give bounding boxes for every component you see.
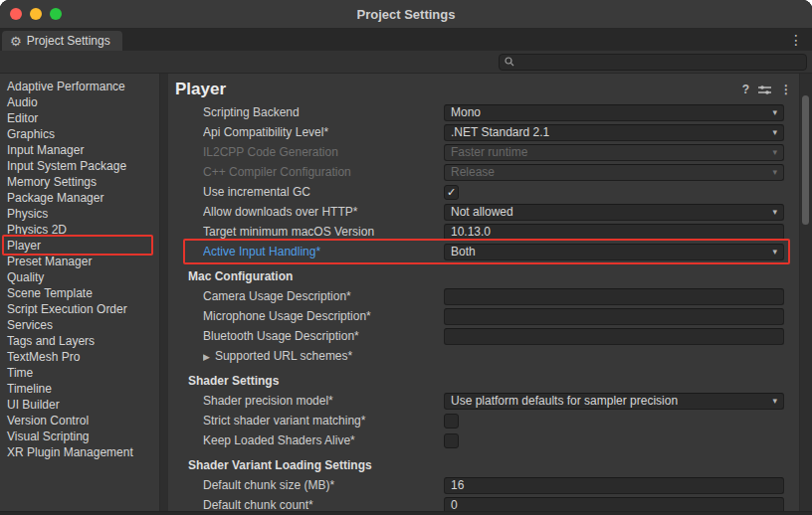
sidebar-item-physics-2d[interactable]: Physics 2D [0, 222, 159, 238]
textfield-default-chunk-count[interactable] [444, 497, 784, 512]
presets-icon[interactable] [758, 85, 771, 95]
dropdown-allow-downloads-over-http[interactable]: Not allowed▾ [444, 204, 784, 221]
sidebar-item-time[interactable]: Time [0, 365, 159, 381]
sidebar-item-label: Script Execution Order [7, 302, 127, 316]
row-label: Strict shader variant matching* [203, 414, 444, 428]
search-field[interactable] [499, 54, 807, 71]
dropdown-c-compiler-configuration[interactable]: Release▾ [444, 164, 784, 181]
sidebar-item-scene-template[interactable]: Scene Template [0, 285, 159, 301]
sidebar-item-adaptive-performance[interactable]: Adaptive Performance [0, 79, 159, 94]
sidebar-item-label: Memory Settings [7, 175, 97, 189]
sidebar-item-xr-plugin-management[interactable]: XR Plugin Management [0, 444, 159, 460]
sidebar-item-quality[interactable]: Quality [0, 269, 159, 285]
sidebar-item-ui-builder[interactable]: UI Builder [0, 397, 159, 413]
sidebar-item-label: Quality [7, 270, 44, 284]
gear-icon: ⚙ [10, 35, 22, 48]
row-control: .NET Standard 2.1▾ [444, 124, 784, 141]
settings-row-il2cpp-code-generation: IL2CPP Code GenerationFaster runtime▾ [168, 142, 800, 162]
tab-bar-kebab-icon[interactable]: ⋮ [780, 32, 812, 48]
dropdown-shader-precision-model[interactable]: Use platform defaults for sampler precis… [444, 393, 784, 410]
row-control: Not allowed▾ [444, 204, 784, 221]
minimize-button[interactable] [30, 8, 42, 20]
sidebar-item-input-system-package[interactable]: Input System Package [0, 158, 159, 174]
settings-row-keep-loaded-shaders-alive: Keep Loaded Shaders Alive* [168, 430, 800, 450]
sidebar-item-label: Editor [7, 111, 38, 125]
row-control [444, 288, 784, 305]
sidebar-item-graphics[interactable]: Graphics [0, 126, 159, 142]
sidebar-item-memory-settings[interactable]: Memory Settings [0, 174, 159, 190]
chevron-down-icon: ▾ [766, 147, 777, 157]
settings-row-c-compiler-configuration: C++ Compiler ConfigurationRelease▾ [168, 162, 800, 182]
window-title: Project Settings [357, 7, 456, 22]
sidebar-item-physics[interactable]: Physics [0, 206, 159, 222]
main-scrollbar[interactable] [799, 74, 812, 511]
checkbox-keep-loaded-shaders-alive[interactable] [444, 433, 459, 448]
close-button[interactable] [10, 8, 22, 20]
checkbox-strict-shader-variant-matching[interactable] [444, 414, 459, 429]
dropdown-il2cpp-code-generation[interactable]: Faster runtime▾ [444, 144, 784, 161]
row-label: Allow downloads over HTTP* [203, 205, 444, 219]
sidebar-item-textmesh-pro[interactable]: TextMesh Pro [0, 349, 159, 365]
sidebar-list: Adaptive PerformanceAudioEditorGraphicsI… [0, 79, 159, 460]
sidebar-scrollbar[interactable] [159, 74, 168, 511]
checkbox-use-incremental-gc[interactable]: ✓ [444, 185, 459, 200]
row-control [444, 308, 784, 325]
sidebar-item-input-manager[interactable]: Input Manager [0, 142, 159, 158]
sidebar-item-label: Input System Package [7, 159, 126, 173]
row-control [444, 477, 784, 494]
settings-row-default-chunk-size-mb: Default chunk size (MB)* [168, 475, 800, 495]
sidebar-item-timeline[interactable]: Timeline [0, 381, 159, 397]
row-label: C++ Compiler Configuration [203, 165, 444, 179]
row-label: Shader precision model* [203, 394, 444, 408]
row-control: Release▾ [444, 164, 784, 181]
sidebar-item-package-manager[interactable]: Package Manager [0, 190, 159, 206]
help-icon[interactable]: ? [742, 84, 749, 95]
sidebar-item-label: Graphics [7, 127, 55, 141]
sidebar-item-player[interactable]: Player [0, 238, 159, 254]
row-label: Microphone Usage Description* [203, 309, 444, 323]
sidebar-item-tags-and-layers[interactable]: Tags and Layers [0, 333, 159, 349]
dropdown-value: Release [451, 165, 495, 179]
settings-row-shader-precision-model: Shader precision model*Use platform defa… [168, 391, 800, 411]
sidebar-item-label: Package Manager [7, 191, 103, 205]
row-control [444, 433, 784, 448]
dropdown-value: Use platform defaults for sampler precis… [451, 394, 678, 408]
row-control: Faster runtime▾ [444, 144, 784, 161]
settings-row-target-minimum-macos-version: Target minimum macOS Version [168, 222, 800, 242]
check-icon: ✓ [447, 186, 456, 199]
textfield-camera-usage-description[interactable] [444, 288, 784, 305]
section-header: Shader Variant Loading Settings [168, 455, 800, 475]
dropdown-api-compatibility-level[interactable]: .NET Standard 2.1▾ [444, 124, 784, 141]
sidebar-item-preset-manager[interactable]: Preset Manager [0, 254, 159, 269]
search-input[interactable] [518, 55, 801, 69]
textfield-microphone-usage-description[interactable] [444, 308, 784, 325]
sidebar-item-label: XR Plugin Management [7, 445, 133, 459]
dropdown-scripting-backend[interactable]: Mono▾ [444, 104, 784, 121]
sidebar-item-version-control[interactable]: Version Control [0, 413, 159, 429]
settings-row-scripting-backend: Scripting BackendMono▾ [168, 102, 800, 122]
zoom-button[interactable] [50, 8, 62, 20]
sidebar-item-label: Physics 2D [7, 223, 67, 237]
sidebar-item-audio[interactable]: Audio [0, 94, 159, 110]
textfield-target-minimum-macos-version[interactable] [444, 224, 784, 241]
kebab-icon[interactable]: ⋮ [780, 84, 792, 95]
project-settings-window: Project Settings ⚙ Project Settings ⋮ Ad… [0, 0, 812, 515]
row-control: Use platform defaults for sampler precis… [444, 393, 784, 410]
dropdown-active-input-handling[interactable]: Both▾ [444, 244, 784, 260]
dropdown-value: Both [451, 245, 476, 258]
content-area: Adaptive PerformanceAudioEditorGraphicsI… [0, 74, 812, 511]
tab-project-settings[interactable]: ⚙ Project Settings [2, 31, 122, 51]
textfield-bluetooth-usage-description[interactable] [444, 328, 784, 345]
row-label: Bluetooth Usage Description* [203, 329, 444, 343]
row-control [444, 224, 784, 241]
scrollbar-thumb[interactable] [802, 95, 809, 225]
sidebar-item-label: Version Control [7, 414, 89, 428]
textfield-default-chunk-size-mb[interactable] [444, 477, 784, 494]
row-control: Both▾ [444, 244, 784, 260]
sidebar-item-services[interactable]: Services [0, 317, 159, 333]
foldout-arrow-icon[interactable]: ▶ [203, 352, 210, 362]
sidebar-item-script-execution-order[interactable]: Script Execution Order [0, 301, 159, 317]
sidebar-item-visual-scripting[interactable]: Visual Scripting [0, 429, 159, 444]
sidebar-item-editor[interactable]: Editor [0, 110, 159, 126]
row-control [444, 414, 784, 429]
